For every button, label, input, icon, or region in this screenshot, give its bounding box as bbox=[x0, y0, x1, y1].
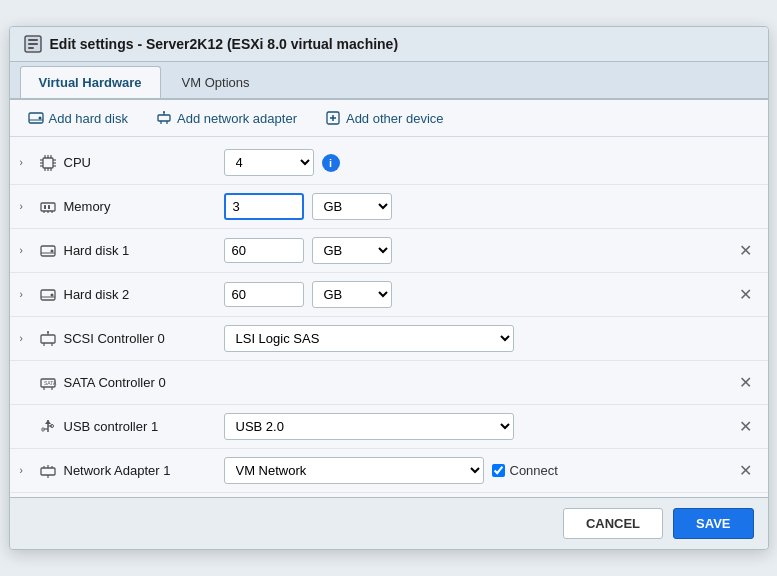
sata-controller-row: SATA SATA Controller 0 ✕ bbox=[10, 361, 768, 405]
hard-disk-2-input[interactable] bbox=[224, 282, 304, 307]
usb-controls: USB 2.0USB 3.0USB 3.1 bbox=[224, 413, 733, 440]
network-adapter-row: › Network Adapter 1 VM Network Connect ✕ bbox=[10, 449, 768, 493]
cpu-icon bbox=[38, 153, 58, 173]
dialog-footer: CANCEL SAVE bbox=[10, 497, 768, 549]
dialog-icon bbox=[24, 35, 42, 53]
add-network-adapter-label: Add network adapter bbox=[177, 111, 297, 126]
cancel-button[interactable]: CANCEL bbox=[563, 508, 663, 539]
hard-disk-1-input[interactable] bbox=[224, 238, 304, 263]
add-other-device-button[interactable]: Add other device bbox=[321, 108, 448, 128]
memory-row: › Memory GBMB bbox=[10, 185, 768, 229]
edit-settings-dialog: Edit settings - Server2K12 (ESXi 8.0 vir… bbox=[9, 26, 769, 550]
svg-rect-15 bbox=[43, 158, 53, 168]
memory-icon bbox=[38, 197, 58, 217]
network-remove-button[interactable]: ✕ bbox=[733, 459, 758, 482]
scsi-controls: LSI Logic SASLSI Logic ParallelVMware Pa… bbox=[224, 325, 758, 352]
network-adapter-icon bbox=[156, 110, 172, 126]
usb-label: USB controller 1 bbox=[64, 419, 224, 434]
svg-text:SATA: SATA bbox=[44, 380, 57, 386]
sata-label: SATA Controller 0 bbox=[64, 375, 224, 390]
svg-point-38 bbox=[50, 293, 53, 296]
cpu-count-select[interactable]: 412816 bbox=[224, 149, 314, 176]
cpu-row: › CPU 412816 i bbox=[10, 141, 768, 185]
memory-label: Memory bbox=[64, 199, 224, 214]
scsi-expand[interactable]: › bbox=[20, 333, 34, 344]
add-other-device-label: Add other device bbox=[346, 111, 444, 126]
save-button[interactable]: SAVE bbox=[673, 508, 753, 539]
svg-point-35 bbox=[50, 249, 53, 252]
connect-checkbox-label: Connect bbox=[492, 463, 558, 478]
usb-icon bbox=[38, 417, 58, 437]
hard-disk-icon bbox=[28, 110, 44, 126]
tabs-bar: Virtual Hardware VM Options bbox=[10, 62, 768, 100]
hard-disk-1-controls: GBMBTB bbox=[224, 237, 733, 264]
hard-disk-2-unit-select[interactable]: GBMBTB bbox=[312, 281, 392, 308]
memory-input[interactable] bbox=[224, 193, 304, 220]
svg-rect-40 bbox=[41, 335, 55, 343]
add-hard-disk-label: Add hard disk bbox=[49, 111, 129, 126]
cpu-label: CPU bbox=[64, 155, 224, 170]
svg-rect-1 bbox=[28, 39, 38, 41]
network-label: Network Adapter 1 bbox=[64, 463, 224, 478]
hardware-list: › CPU 412816 i › Memory GBMB bbox=[10, 137, 768, 497]
hard-disk-1-icon bbox=[38, 241, 58, 261]
add-hard-disk-button[interactable]: Add hard disk bbox=[24, 108, 133, 128]
hard-disk-2-row: › Hard disk 2 GBMBTB ✕ bbox=[10, 273, 768, 317]
hard-disk-2-controls: GBMBTB bbox=[224, 281, 733, 308]
network-controls: VM Network Connect bbox=[224, 457, 733, 484]
hard-disk-1-row: › Hard disk 1 GBMBTB ✕ bbox=[10, 229, 768, 273]
scsi-type-select[interactable]: LSI Logic SASLSI Logic ParallelVMware Pa… bbox=[224, 325, 514, 352]
memory-expand[interactable]: › bbox=[20, 201, 34, 212]
svg-rect-3 bbox=[28, 47, 34, 49]
cpu-info-icon[interactable]: i bbox=[322, 154, 340, 172]
network-select[interactable]: VM Network bbox=[224, 457, 484, 484]
svg-rect-33 bbox=[48, 205, 50, 209]
sata-remove-button[interactable]: ✕ bbox=[733, 371, 758, 394]
connect-checkbox[interactable] bbox=[492, 464, 505, 477]
svg-point-5 bbox=[38, 117, 41, 120]
dialog-title: Edit settings - Server2K12 (ESXi 8.0 vir… bbox=[50, 36, 399, 52]
usb-type-select[interactable]: USB 2.0USB 3.0USB 3.1 bbox=[224, 413, 514, 440]
hard-disk-1-unit-select[interactable]: GBMBTB bbox=[312, 237, 392, 264]
scsi-icon bbox=[38, 329, 58, 349]
hard-disk-2-expand[interactable]: › bbox=[20, 289, 34, 300]
tab-vm-options[interactable]: VM Options bbox=[163, 66, 269, 98]
network-adapter-icon bbox=[38, 461, 58, 481]
usb-controller-row: USB controller 1 USB 2.0USB 3.0USB 3.1 ✕ bbox=[10, 405, 768, 449]
hard-disk-1-expand[interactable]: › bbox=[20, 245, 34, 256]
tab-virtual-hardware[interactable]: Virtual Hardware bbox=[20, 66, 161, 98]
svg-rect-7 bbox=[158, 115, 170, 121]
cpu-controls: 412816 i bbox=[224, 149, 758, 176]
memory-unit-select[interactable]: GBMB bbox=[312, 193, 392, 220]
svg-rect-32 bbox=[44, 205, 46, 209]
title-bar: Edit settings - Server2K12 (ESXi 8.0 vir… bbox=[10, 27, 768, 62]
svg-rect-54 bbox=[42, 428, 44, 431]
svg-marker-50 bbox=[45, 420, 51, 424]
cpu-expand[interactable]: › bbox=[20, 157, 34, 168]
network-expand[interactable]: › bbox=[20, 465, 34, 476]
hard-disk-1-label: Hard disk 1 bbox=[64, 243, 224, 258]
hardware-toolbar: Add hard disk Add network adapter Add ot… bbox=[10, 100, 768, 137]
memory-controls: GBMB bbox=[224, 193, 758, 220]
scsi-label: SCSI Controller 0 bbox=[64, 331, 224, 346]
svg-rect-2 bbox=[28, 43, 38, 45]
connect-label: Connect bbox=[510, 463, 558, 478]
svg-point-42 bbox=[47, 331, 49, 333]
hard-disk-1-remove-button[interactable]: ✕ bbox=[733, 239, 758, 262]
hard-disk-2-icon bbox=[38, 285, 58, 305]
add-network-adapter-button[interactable]: Add network adapter bbox=[152, 108, 301, 128]
sata-icon: SATA bbox=[38, 373, 58, 393]
other-device-icon bbox=[325, 110, 341, 126]
usb-remove-button[interactable]: ✕ bbox=[733, 415, 758, 438]
hard-disk-2-remove-button[interactable]: ✕ bbox=[733, 283, 758, 306]
svg-point-11 bbox=[163, 111, 165, 113]
scsi-controller-row: › SCSI Controller 0 LSI Logic SASLSI Log… bbox=[10, 317, 768, 361]
svg-rect-55 bbox=[41, 468, 55, 475]
hard-disk-2-label: Hard disk 2 bbox=[64, 287, 224, 302]
